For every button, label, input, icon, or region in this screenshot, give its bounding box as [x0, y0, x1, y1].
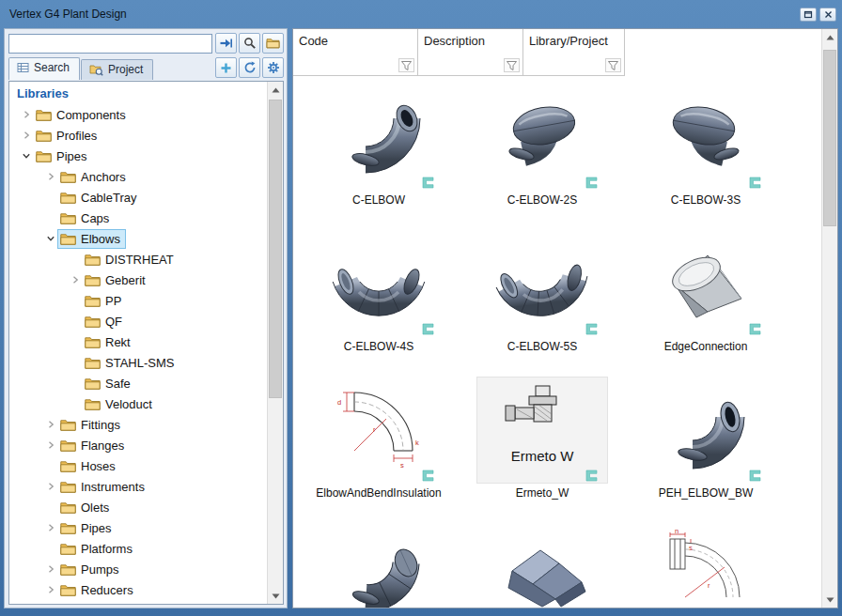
chevron-right-icon[interactable] — [43, 480, 57, 493]
folder-icon — [85, 336, 101, 348]
item-thumbnail — [460, 228, 624, 339]
catalog-grid: C-ELBOW C-ELBOW-2S C-ELBOW-3S C-ELBOW-4S… — [293, 76, 821, 608]
chevron-down-icon[interactable] — [43, 232, 57, 245]
column-header-code[interactable]: Code — [293, 29, 418, 76]
item-code: C-ELBOW-2S — [460, 192, 624, 208]
scroll-down-icon — [826, 597, 834, 603]
tree-item[interactable]: Anchors — [9, 166, 267, 187]
tree-item[interactable]: Platforms — [9, 538, 267, 559]
chevron-right-icon[interactable] — [43, 562, 57, 576]
chevron-right-icon[interactable] — [43, 521, 57, 534]
window-title: Vertex G4 Plant Design — [9, 8, 800, 21]
scroll-down-button[interactable] — [822, 592, 837, 608]
chevron-placeholder — [68, 356, 82, 369]
chevron-right-icon[interactable] — [19, 108, 33, 121]
chevron-right-icon[interactable] — [19, 129, 33, 142]
chevron-right-icon[interactable] — [43, 439, 57, 452]
tree-item[interactable]: Elbows — [9, 228, 267, 249]
tree-item[interactable]: Flanges — [9, 435, 267, 455]
tree-item[interactable]: Pipes — [9, 146, 267, 166]
tree-item[interactable]: Fittings — [9, 414, 267, 435]
chevron-right-icon[interactable] — [68, 273, 82, 286]
search-button[interactable] — [239, 33, 260, 54]
tree-item[interactable]: CableTray — [9, 187, 267, 208]
refresh-button[interactable] — [239, 57, 260, 78]
item-code: ElbowAndBendInsulation — [297, 485, 460, 500]
catalog-item[interactable]: C-ELBOW-3S — [624, 82, 787, 228]
go-button[interactable] — [215, 33, 237, 54]
tree-item[interactable]: Profiles — [9, 125, 267, 146]
tree-item[interactable]: Caps — [9, 208, 267, 228]
tree-item[interactable]: Hoses — [9, 455, 267, 476]
column-header-library-project[interactable]: Library/Project — [523, 29, 625, 76]
scroll-up-icon — [272, 87, 280, 93]
item-thumbnail — [624, 228, 787, 339]
catalog-item[interactable]: Ermeto W Ermeto_W — [460, 375, 624, 521]
filter-funnel-icon[interactable] — [504, 58, 520, 72]
catalog-item[interactable]: C-ELBOW-5S — [460, 228, 624, 375]
tree-item-label: Platforms — [81, 542, 133, 556]
tree-item[interactable]: Reducers — [9, 579, 267, 600]
window-controls — [800, 8, 836, 22]
catalog-item[interactable]: EdgeConnection — [624, 228, 787, 375]
catalog-item[interactable]: C-ELBOW-2S — [460, 82, 624, 228]
catalog-item[interactable] — [297, 521, 460, 608]
catalog-item[interactable] — [460, 521, 624, 608]
tab-project[interactable]: Project — [81, 59, 153, 80]
chevron-right-icon[interactable] — [43, 583, 57, 596]
folder-icon — [85, 316, 101, 328]
item-thumbnail: dsrk — [297, 375, 460, 485]
tab-strip: SearchProject — [8, 57, 154, 80]
catalog-item[interactable]: C-ELBOW-4S — [297, 228, 460, 375]
tree-item[interactable]: Pumps — [9, 559, 267, 579]
search-input[interactable] — [8, 34, 212, 54]
tree-item[interactable]: STAHL-SMS — [9, 352, 267, 373]
tree-item[interactable]: Instruments — [9, 476, 267, 497]
chevron-down-icon[interactable] — [19, 149, 33, 162]
add-button[interactable] — [215, 57, 237, 78]
tree-item[interactable]: Rekt — [9, 331, 267, 352]
tree-item[interactable]: PP — [9, 290, 267, 311]
list-icon — [17, 62, 29, 73]
scroll-down-button[interactable] — [268, 588, 283, 604]
scroll-up-icon — [826, 35, 834, 40]
restore-button[interactable] — [800, 8, 817, 22]
settings-button[interactable] — [262, 57, 284, 78]
column-label: Code — [299, 34, 328, 48]
svg-text:h: h — [675, 530, 678, 535]
tab-search[interactable]: Search — [8, 57, 80, 80]
catalog-item[interactable]: hsr — [624, 521, 787, 608]
filter-funnel-icon[interactable] — [398, 58, 414, 72]
catalog-item[interactable]: PEH_ELBOW_BW — [624, 375, 787, 521]
filter-funnel-icon[interactable] — [605, 58, 621, 72]
tree-scrollbar[interactable] — [267, 82, 283, 604]
tree-item[interactable]: Olets — [9, 497, 267, 517]
tree-item[interactable]: Safe — [9, 373, 267, 393]
tree-item[interactable]: Geberit — [9, 270, 267, 290]
chevron-right-icon[interactable] — [43, 418, 57, 431]
tree-item-label: DISTRHEAT — [105, 253, 174, 267]
tree-item[interactable]: ServicePiping — [9, 600, 267, 604]
browse-button[interactable] — [262, 33, 284, 54]
scroll-up-button[interactable] — [822, 29, 837, 45]
folder-icon — [60, 563, 76, 576]
scrollbar-thumb[interactable] — [269, 100, 282, 398]
column-header-description[interactable]: Description — [418, 29, 523, 76]
catalog-item[interactable]: C-ELBOW — [297, 82, 460, 228]
tree-item-label: Safe — [105, 377, 131, 391]
tree-item-label: Pumps — [81, 562, 118, 577]
tree-item[interactable]: QF — [9, 311, 267, 331]
tree-item[interactable]: DISTRHEAT — [9, 249, 267, 270]
scrollbar-thumb[interactable] — [823, 50, 836, 226]
folder-icon — [60, 501, 76, 514]
component-badge-icon — [749, 177, 761, 189]
tree-item[interactable]: Veloduct — [9, 393, 267, 414]
close-button[interactable] — [819, 8, 836, 22]
catalog-item[interactable]: dsrk ElbowAndBendInsulation — [297, 375, 460, 521]
tree-item[interactable]: Components — [9, 104, 267, 125]
folder-open-icon — [266, 38, 280, 49]
scroll-up-button[interactable] — [268, 82, 283, 98]
chevron-right-icon[interactable] — [43, 170, 57, 183]
catalog-scrollbar[interactable] — [821, 29, 837, 608]
tree-item[interactable]: Pipes — [9, 517, 267, 538]
